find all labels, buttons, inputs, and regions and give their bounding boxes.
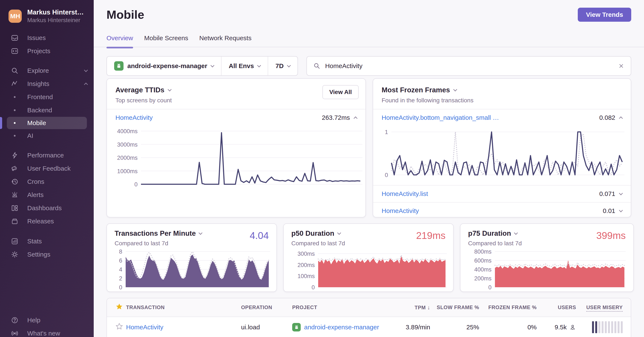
svg-text:100ms: 100ms (298, 273, 315, 279)
svg-text:200ms: 200ms (298, 262, 315, 268)
column-header-project[interactable]: PROJECT (292, 305, 390, 311)
ttid-line-chart: 4000ms3000ms2000ms1000ms0 (111, 127, 362, 193)
view-all-button[interactable]: View All (322, 85, 359, 99)
user-misery-bars (592, 321, 623, 333)
star-outline-icon (116, 323, 123, 331)
average-ttids-title[interactable]: Average TTIDs (116, 86, 357, 94)
frozen-value: 0.01 (603, 207, 615, 214)
tab-overview[interactable]: Overview (106, 34, 133, 47)
transaction-link[interactable]: HomeActivity.list (382, 190, 428, 197)
frozen-row-3: HomeActivity 0.01 (373, 202, 631, 219)
clear-search-icon[interactable] (618, 63, 624, 69)
android-platform-icon (114, 61, 124, 71)
tpm-area-chart: 86420 (114, 249, 270, 291)
sidebar-item-label: Explore (27, 67, 76, 74)
sidebar-item-mobile[interactable]: Mobile (7, 117, 87, 129)
column-header-tpm[interactable]: TPM ↓ (415, 304, 433, 311)
users-count: 9.5k (554, 324, 567, 331)
svg-text:0: 0 (119, 284, 122, 291)
projects-icon (11, 47, 19, 55)
p75-duration-card: p75 Duration 399ms Compared to last 7d 8… (460, 223, 634, 292)
page-filters: android-expense-manager All Envs 7D (106, 56, 298, 76)
most-frozen-frames-subtitle: Found in the following transactions (382, 97, 622, 104)
active-nav-indicator (0, 117, 2, 129)
frozen-row-2: HomeActivity.list 0.071 (373, 185, 631, 202)
most-frozen-frames-title[interactable]: Most Frozen Frames (382, 86, 622, 94)
table-row: HomeActivity ui.load android-expense-man… (107, 317, 631, 337)
star-toggle[interactable] (107, 323, 126, 332)
slow-frame-cell: 25% (466, 324, 482, 331)
column-header-frozen-frame[interactable]: FROZEN FRAME % (488, 305, 539, 311)
chevron-down-icon (287, 63, 291, 67)
sidebar-item-frontend[interactable]: Frontend (0, 90, 94, 104)
column-header-operation[interactable]: OPERATION (241, 305, 292, 311)
star-icon (116, 303, 123, 311)
search-bar[interactable] (306, 56, 631, 76)
frozen-frames-line-chart: 10 (380, 127, 624, 184)
header-divider (94, 47, 644, 47)
expand-icon[interactable] (619, 208, 623, 212)
sidebar-item-backend[interactable]: Backend (0, 104, 94, 117)
sidebar-item-crons[interactable]: Crons (0, 175, 94, 188)
average-ttids-subtitle: Top screens by count (116, 97, 357, 104)
sidebar-item-insights[interactable]: Insights (0, 77, 94, 90)
date-range-selector[interactable]: 7D (268, 57, 297, 75)
column-header-transaction[interactable]: TRANSACTION (126, 305, 241, 311)
org-user-menu[interactable]: MH Markus Hinterst… Markus Hintersteiner (8, 8, 88, 24)
sidebar-item-ai[interactable]: AI (0, 129, 94, 142)
column-header-users[interactable]: USERS (558, 305, 578, 311)
frozen-value: 0.082 (599, 114, 615, 121)
transaction-link[interactable]: HomeActivity (382, 207, 419, 214)
collapse-icon[interactable] (619, 116, 623, 120)
tab-network-requests[interactable]: Network Requests (199, 34, 252, 47)
sidebar-item-explore[interactable]: Explore (0, 64, 94, 77)
transaction-link[interactable]: HomeActivity.bottom_navigation_small … (382, 114, 499, 121)
chevron-down-icon (168, 87, 172, 91)
svg-text:0: 0 (385, 172, 388, 178)
sidebar-item-releases[interactable]: Releases (0, 215, 94, 228)
most-frozen-frames-card: Most Frozen Frames Found in the followin… (373, 78, 631, 217)
search-input[interactable] (325, 62, 613, 69)
svg-text:4: 4 (119, 266, 122, 273)
tpm-title[interactable]: Transactions Per Minute (114, 229, 269, 237)
svg-text:800ms: 800ms (474, 249, 492, 255)
transaction-link[interactable]: HomeActivity (126, 324, 163, 331)
sidebar-item-help[interactable]: Help (0, 314, 94, 327)
sidebar-item-label: Backend (27, 107, 87, 114)
user-icon (569, 324, 576, 331)
view-trends-button[interactable]: View Trends (578, 8, 631, 22)
sidebar-item-settings[interactable]: Settings (0, 248, 94, 261)
sidebar-item-whats-new[interactable]: What's new (0, 327, 94, 337)
chevron-down-icon (514, 231, 518, 235)
expand-icon[interactable] (619, 191, 623, 195)
svg-text:2: 2 (119, 275, 122, 282)
chevron-down-icon (84, 68, 88, 72)
archive-icon (11, 217, 19, 225)
column-header-user-misery[interactable]: USER MISERY (586, 305, 631, 311)
sidebar-item-stats[interactable]: Stats (0, 235, 94, 248)
star-column-header[interactable] (107, 303, 126, 312)
collapse-icon[interactable] (354, 116, 357, 120)
transaction-link[interactable]: HomeActivity (116, 114, 153, 121)
sidebar-item-projects[interactable]: Projects (0, 44, 94, 58)
transactions-table: TRANSACTION OPERATION PROJECT TPM ↓ SLOW… (106, 298, 631, 337)
column-header-slow-frame[interactable]: SLOW FRAME % (437, 305, 482, 311)
project-link[interactable]: android-expense-manager (304, 324, 379, 331)
p50-value: 219ms (416, 230, 446, 241)
date-range-value: 7D (275, 62, 284, 69)
sidebar-item-user-feedback[interactable]: User Feedback (0, 162, 94, 175)
sidebar-item-issues[interactable]: Issues (0, 31, 94, 44)
p75-value: 399ms (596, 230, 626, 241)
p50-area-chart: 300ms200ms100ms0 (291, 249, 447, 291)
tab-mobile-screens[interactable]: Mobile Screens (144, 34, 188, 47)
project-selector[interactable]: android-expense-manager (107, 57, 221, 75)
sidebar-item-dashboards[interactable]: Dashboards (0, 202, 94, 215)
sidebar-item-label: Crons (27, 178, 87, 185)
sidebar-item-label: AI (27, 132, 87, 139)
sidebar-item-label: Performance (27, 152, 87, 159)
sidebar-item-performance[interactable]: Performance (0, 149, 94, 162)
sidebar-item-alerts[interactable]: Alerts (0, 188, 94, 202)
average-ttids-card: Average TTIDs Top screens by count View … (106, 78, 366, 217)
chevron-down-icon (337, 231, 341, 235)
environment-selector[interactable]: All Envs (221, 57, 268, 75)
